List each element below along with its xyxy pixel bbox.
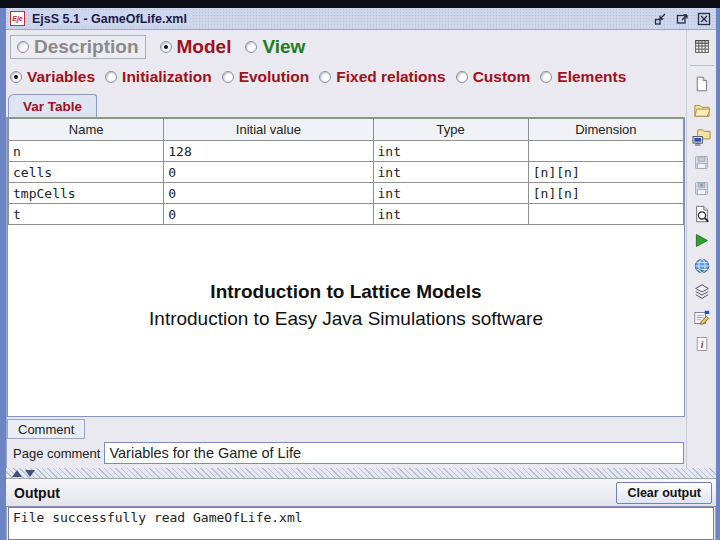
radio-custom[interactable]: Custom bbox=[456, 68, 531, 86]
radio-evolution-label: Evolution bbox=[239, 68, 310, 86]
search-preview-icon[interactable] bbox=[691, 204, 713, 224]
cell-dimension[interactable] bbox=[528, 141, 683, 162]
cell-type[interactable]: int bbox=[373, 162, 528, 183]
radio-circle bbox=[160, 41, 172, 53]
cell-name[interactable]: t bbox=[9, 204, 164, 225]
window-title: EjsS 5.1 - GameOfLife.xml bbox=[30, 12, 193, 26]
open-file-icon[interactable] bbox=[691, 100, 713, 120]
title-bar[interactable]: Eje EjsS 5.1 - GameOfLife.xml bbox=[6, 8, 716, 30]
close-button[interactable] bbox=[695, 11, 712, 27]
radio-variables-label: Variables bbox=[27, 68, 95, 86]
radio-circle bbox=[17, 41, 29, 53]
col-header-type[interactable]: Type bbox=[373, 119, 528, 141]
radio-circle bbox=[540, 71, 552, 83]
comment-label-row: Comment bbox=[6, 417, 686, 439]
maximize-button[interactable] bbox=[673, 11, 690, 27]
col-header-initial-value[interactable]: Initial value bbox=[164, 119, 373, 141]
cell-initial-value[interactable]: 128 bbox=[164, 141, 373, 162]
output-console[interactable]: File successfully read GameOfLife.xml bbox=[8, 507, 714, 540]
cell-type[interactable]: int bbox=[373, 183, 528, 204]
maximize-icon bbox=[675, 12, 689, 26]
cell-type[interactable]: int bbox=[373, 141, 528, 162]
table-row: n 128 int bbox=[9, 141, 684, 162]
output-header: Output Clear output bbox=[6, 478, 716, 507]
cell-initial-value[interactable]: 0 bbox=[164, 162, 373, 183]
radio-circle bbox=[222, 71, 234, 83]
options-icon[interactable] bbox=[691, 308, 713, 328]
table-row: cells 0 int [n][n] bbox=[9, 162, 684, 183]
radio-model[interactable]: Model bbox=[160, 36, 232, 58]
import-library-icon[interactable] bbox=[691, 126, 713, 146]
toolbar-separator bbox=[690, 65, 714, 66]
radio-initialization[interactable]: Initialization bbox=[105, 68, 212, 86]
comment-tab[interactable]: Comment bbox=[7, 419, 85, 439]
package-globe-icon[interactable] bbox=[691, 256, 713, 276]
cell-dimension[interactable] bbox=[528, 204, 683, 225]
variables-panel: Name Initial value Type Dimension n 128 … bbox=[7, 117, 685, 417]
radio-evolution[interactable]: Evolution bbox=[222, 68, 310, 86]
clear-output-button[interactable]: Clear output bbox=[616, 482, 712, 504]
cell-initial-value[interactable]: 0 bbox=[164, 204, 373, 225]
slide-text-block: Introduction to Lattice Models Introduct… bbox=[8, 281, 684, 330]
cell-name[interactable]: cells bbox=[9, 162, 164, 183]
app-icon: Eje bbox=[10, 11, 25, 26]
slide-subtitle: Introduction to Easy Java Simulations so… bbox=[8, 308, 684, 330]
cell-dimension[interactable]: [n][n] bbox=[528, 183, 683, 204]
divider-collapse-up-icon[interactable] bbox=[12, 470, 22, 477]
table-header-row: Name Initial value Type Dimension bbox=[9, 119, 684, 141]
radio-view-label: View bbox=[262, 36, 305, 58]
radio-description[interactable]: Description bbox=[10, 35, 146, 59]
right-toolbar: i bbox=[686, 30, 716, 468]
radio-view[interactable]: View bbox=[245, 36, 305, 58]
cell-dimension[interactable]: [n][n] bbox=[528, 162, 683, 183]
page-comment-row: Page comment bbox=[6, 439, 686, 467]
radio-variables[interactable]: Variables bbox=[10, 68, 95, 86]
console-line: File successfully read GameOfLife.xml bbox=[13, 510, 303, 525]
col-header-name[interactable]: Name bbox=[9, 119, 164, 141]
radio-circle bbox=[319, 71, 331, 83]
ejs-window: Eje EjsS 5.1 - GameOfLife.xml Descriptio bbox=[0, 8, 720, 540]
radio-custom-label: Custom bbox=[473, 68, 531, 86]
col-header-dimension[interactable]: Dimension bbox=[528, 119, 683, 141]
cell-initial-value[interactable]: 0 bbox=[164, 183, 373, 204]
radio-elements[interactable]: Elements bbox=[540, 68, 626, 86]
save-as-icon[interactable] bbox=[691, 178, 713, 198]
radio-description-label: Description bbox=[34, 36, 139, 58]
radio-circle bbox=[105, 71, 117, 83]
split-divider[interactable] bbox=[6, 468, 716, 478]
table-row: t 0 int bbox=[9, 204, 684, 225]
radio-elements-label: Elements bbox=[557, 68, 626, 86]
page-comment-field[interactable] bbox=[104, 442, 684, 464]
info-help-icon[interactable]: i bbox=[691, 334, 713, 354]
radio-circle bbox=[245, 41, 257, 53]
iconify-button[interactable] bbox=[651, 11, 668, 27]
content-column: Description Model View Variable bbox=[6, 30, 686, 468]
radio-model-label: Model bbox=[177, 36, 232, 58]
radio-fixed-relations[interactable]: Fixed relations bbox=[319, 68, 445, 86]
cell-name[interactable]: n bbox=[9, 141, 164, 162]
page-comment-label: Page comment bbox=[7, 446, 102, 461]
digital-library-icon[interactable] bbox=[691, 282, 713, 302]
run-icon[interactable] bbox=[691, 230, 713, 250]
cell-type[interactable]: int bbox=[373, 204, 528, 225]
variables-table: Name Initial value Type Dimension n 128 … bbox=[8, 118, 684, 225]
model-subpanel-row: Variables Initialization Evolution Fixed… bbox=[6, 64, 686, 90]
close-icon bbox=[697, 12, 711, 26]
divider-collapse-down-icon[interactable] bbox=[25, 470, 35, 477]
new-file-icon[interactable] bbox=[691, 74, 713, 94]
iconify-icon bbox=[653, 12, 667, 26]
cell-name[interactable]: tmpCells bbox=[9, 183, 164, 204]
main-area: Description Model View Variable bbox=[6, 30, 716, 468]
save-icon[interactable] bbox=[691, 152, 713, 172]
tab-var-table[interactable]: Var Table bbox=[8, 94, 97, 117]
table-row: tmpCells 0 int [n][n] bbox=[9, 183, 684, 204]
radio-circle bbox=[456, 71, 468, 83]
output-title: Output bbox=[14, 485, 60, 501]
main-workpanel-row: Description Model View bbox=[6, 30, 686, 64]
table-grid-icon[interactable] bbox=[691, 36, 713, 56]
workpanel-tab-row: Var Table bbox=[6, 90, 686, 117]
slide-title: Introduction to Lattice Models bbox=[8, 281, 684, 303]
desktop-background: Eje EjsS 5.1 - GameOfLife.xml Descriptio bbox=[0, 0, 720, 540]
radio-initialization-label: Initialization bbox=[122, 68, 212, 86]
svg-text:i: i bbox=[700, 339, 703, 350]
